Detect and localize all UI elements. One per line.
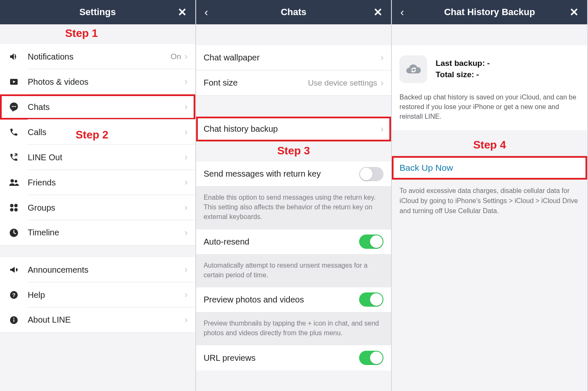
row-label: Announcements xyxy=(28,265,184,275)
settings-row-lineout[interactable]: LINE Out › xyxy=(0,145,195,170)
last-backup-text: Last backup: - xyxy=(436,58,490,69)
groups-icon xyxy=(8,201,20,214)
chats-row-return-key[interactable]: Send messages with return key xyxy=(196,162,391,187)
chats-group-backup: Chat history backup › xyxy=(196,117,391,142)
info-icon xyxy=(8,314,20,326)
settings-row-friends[interactable]: Friends › xyxy=(0,170,195,195)
note-autoresend: Automatically attempt to resend unsent m… xyxy=(196,255,391,287)
chats-row-history-backup[interactable]: Chat history backup › xyxy=(196,117,391,142)
backup-now-button[interactable]: Back Up Now xyxy=(392,156,587,180)
settings-row-notifications[interactable]: Notifications On › xyxy=(0,44,195,69)
chats-group-urlpreviews: URL previews xyxy=(196,345,391,370)
chevron-right-icon: › xyxy=(381,78,383,89)
chats-row-url-previews[interactable]: URL previews xyxy=(196,345,391,370)
row-label: Preview photos and videos xyxy=(204,295,360,305)
close-icon[interactable]: ✕ xyxy=(369,3,387,21)
settings-row-chats[interactable]: Chats › xyxy=(0,94,195,120)
svg-point-5 xyxy=(10,179,14,182)
settings-row-timeline[interactable]: Timeline › xyxy=(0,220,195,245)
total-size-text: Total size: - xyxy=(436,69,490,81)
timeline-icon xyxy=(8,227,20,239)
toggle-autoresend[interactable] xyxy=(359,235,383,249)
friends-icon xyxy=(8,176,20,189)
help-icon: ? xyxy=(8,289,20,301)
toggle-url-previews[interactable] xyxy=(359,351,383,365)
chats-row-wallpaper[interactable]: Chat wallpaper › xyxy=(196,45,391,70)
toggle-preview[interactable] xyxy=(359,292,383,307)
svg-point-6 xyxy=(15,180,17,182)
chats-group-autoresend: Auto-resend xyxy=(196,229,391,255)
close-icon[interactable]: ✕ xyxy=(173,3,191,21)
chevron-right-icon: › xyxy=(184,76,187,87)
step-4-label: Step 4 xyxy=(392,130,587,156)
chevron-right-icon: › xyxy=(184,264,187,275)
row-label: Auto-resend xyxy=(204,237,360,247)
backup-description: Backed up chat history is saved on your … xyxy=(392,88,587,130)
row-label: Chat history backup xyxy=(204,124,381,134)
section-gap xyxy=(392,24,587,45)
volume-icon xyxy=(8,50,20,63)
step-2-label: Step 2 xyxy=(0,126,195,146)
row-label: LINE Out xyxy=(28,153,184,162)
chevron-right-icon: › xyxy=(184,289,187,300)
row-label: URL previews xyxy=(204,353,360,363)
settings-list-1: Notifications On › Photos & videos › Cha… xyxy=(0,44,195,245)
settings-row-groups[interactable]: Groups › xyxy=(0,195,195,220)
navbar-title: Settings xyxy=(79,7,116,18)
megaphone-icon xyxy=(8,263,20,276)
row-label: Timeline xyxy=(28,228,184,237)
chats-row-fontsize[interactable]: Font size Use device settings › xyxy=(196,70,391,96)
chevron-right-icon: › xyxy=(381,52,383,63)
svg-text:?: ? xyxy=(12,292,16,298)
step-1-label: Step 1 xyxy=(0,24,195,44)
backup-footnote: To avoid excessive data charges, disable… xyxy=(392,180,587,222)
chats-row-autoresend[interactable]: Auto-resend xyxy=(196,229,391,255)
navbar-backup: ‹ Chat History Backup ✕ xyxy=(392,0,587,24)
backup-now-label: Back Up Now xyxy=(399,163,453,172)
settings-row-about[interactable]: About LINE › xyxy=(0,308,195,333)
chats-group-returnkey: Send messages with return key xyxy=(196,162,391,187)
chevron-right-icon: › xyxy=(184,102,187,112)
chevron-right-icon: › xyxy=(184,315,187,326)
chat-icon xyxy=(8,101,20,113)
settings-list-2: Announcements › ? Help › About LINE › xyxy=(0,257,195,333)
svg-point-4 xyxy=(15,106,16,107)
back-icon[interactable]: ‹ xyxy=(396,3,408,21)
row-label: About LINE xyxy=(28,315,184,325)
svg-point-10 xyxy=(14,208,18,211)
settings-row-help[interactable]: ? Help › xyxy=(0,282,195,308)
chevron-right-icon: › xyxy=(381,124,383,135)
navbar-settings: Settings ✕ xyxy=(0,0,195,24)
chevron-right-icon: › xyxy=(184,51,187,62)
svg-point-3 xyxy=(13,106,15,107)
row-value: Use device settings xyxy=(308,78,377,88)
step-3-label: Step 3 xyxy=(196,142,391,162)
backup-info-card: Last backup: - Total size: - xyxy=(392,45,587,88)
cloud-sync-icon xyxy=(399,55,427,83)
back-icon[interactable]: ‹ xyxy=(200,3,213,21)
chevron-right-icon: › xyxy=(184,177,187,188)
row-value: On xyxy=(171,52,181,61)
chevron-right-icon: › xyxy=(184,152,187,163)
svg-point-9 xyxy=(10,208,13,211)
chats-group-preview: Preview photos and videos xyxy=(196,287,391,313)
svg-point-8 xyxy=(14,204,18,207)
svg-rect-15 xyxy=(13,319,14,322)
backup-meta: Last backup: - Total size: - xyxy=(436,58,490,80)
media-icon xyxy=(8,76,20,88)
settings-row-announcements[interactable]: Announcements › xyxy=(0,257,195,282)
row-label: Chats xyxy=(28,102,184,112)
navbar-chats: ‹ Chats ✕ xyxy=(196,0,391,24)
chats-row-preview[interactable]: Preview photos and videos xyxy=(196,287,391,313)
row-label: Groups xyxy=(28,203,184,213)
svg-point-7 xyxy=(10,204,13,207)
settings-row-photos-videos[interactable]: Photos & videos › xyxy=(0,69,195,94)
screen-chats: ‹ Chats ✕ Chat wallpaper › Font size Use… xyxy=(196,0,392,391)
toggle-return-key[interactable] xyxy=(359,167,383,181)
close-icon[interactable]: ✕ xyxy=(565,3,583,21)
row-label: Friends xyxy=(28,178,184,188)
row-label: Help xyxy=(28,290,184,300)
navbar-title: Chats xyxy=(281,7,306,18)
navbar-title: Chat History Backup xyxy=(444,7,535,18)
lineout-icon xyxy=(8,151,20,164)
